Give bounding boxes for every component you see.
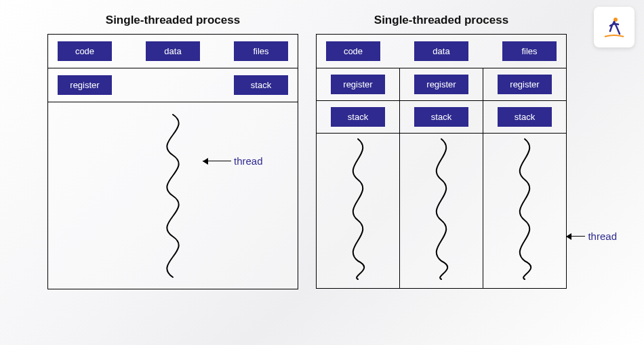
thread-label: thread (234, 155, 263, 167)
thread-wave-icon (142, 109, 203, 282)
thread-column-1: register stack (317, 68, 400, 288)
arrow-icon (203, 161, 231, 162)
thread-squiggle: thread (48, 102, 298, 289)
person-jump-icon (601, 14, 628, 41)
diagram-container: Single-threaded process code data files … (0, 0, 644, 345)
register-cell: register (483, 68, 566, 101)
data-chip: data (146, 41, 200, 61)
files-chip: files (234, 41, 288, 61)
code-chip: code (58, 41, 112, 61)
thread-annotation-right: thread (566, 230, 617, 242)
panel-title-right: Single-threaded process (374, 14, 508, 27)
register-cell: register (400, 68, 483, 101)
register-cell: register (317, 68, 399, 101)
single-thread-panel: Single-threaded process code data files … (47, 14, 298, 331)
thread-area-3 (483, 134, 566, 288)
thread-annotation-left: thread (203, 155, 263, 167)
brand-logo (594, 7, 635, 47)
process-box-left: code data files register x stack thread (47, 34, 298, 289)
thread-column-2: register stack (400, 68, 483, 288)
code-chip: code (326, 41, 380, 61)
stack-cell: stack (400, 101, 483, 134)
data-chip: data (414, 41, 468, 61)
shared-resources-row-right: code data files (317, 35, 566, 68)
thread-columns: register stack register stack (317, 68, 566, 288)
arrow-icon (566, 236, 585, 237)
thread-area-2 (400, 134, 483, 288)
files-chip: files (502, 41, 557, 61)
stack-cell: stack (317, 101, 399, 134)
thread-area-1 (317, 134, 399, 288)
thread-column-3: register stack (483, 68, 566, 288)
thread-label: thread (588, 230, 617, 242)
thread-area-left: thread (48, 102, 298, 289)
panel-title-left: Single-threaded process (106, 14, 240, 27)
thread-wave-icon (418, 134, 465, 283)
stack-chip: stack (234, 75, 288, 95)
stack-cell: stack (483, 101, 566, 134)
register-chip: register (58, 75, 112, 95)
process-box-right: code data files register stack register (316, 34, 567, 289)
thread-wave-icon (501, 134, 548, 283)
thread-resources-row: register x stack (48, 68, 298, 102)
multi-thread-panel: Single-threaded process code data files … (316, 14, 567, 331)
shared-resources-row: code data files (48, 35, 298, 68)
thread-wave-icon (334, 134, 382, 283)
